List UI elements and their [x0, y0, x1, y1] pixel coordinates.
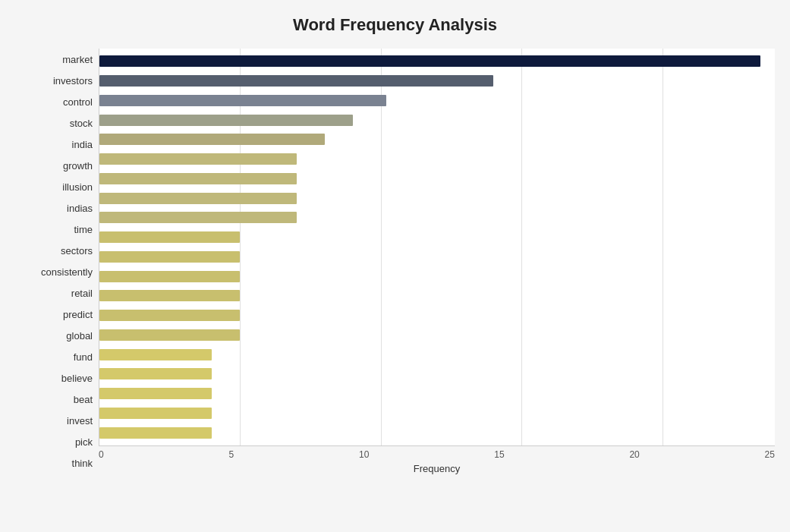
y-label-think: think: [15, 458, 93, 468]
bar-india: [99, 134, 325, 145]
bar-believe: [99, 349, 212, 360]
y-label-illusion: illusion: [15, 182, 93, 192]
y-label-predict: predict: [15, 310, 93, 320]
y-label-beat: beat: [15, 395, 93, 405]
y-label-invest: invest: [15, 416, 93, 426]
bar-row: [99, 345, 775, 364]
y-axis: marketinvestorscontrolstockindiagrowthil…: [15, 49, 99, 474]
bar-invest: [99, 388, 212, 399]
bar-row: [99, 247, 775, 267]
bar-row: [99, 306, 775, 326]
bar-row: [99, 91, 775, 111]
bar-row: [99, 364, 775, 384]
y-label-believe: believe: [15, 373, 93, 383]
bar-row: [99, 228, 775, 247]
y-label-global: global: [15, 331, 93, 341]
x-axis: 0510152025: [99, 446, 775, 460]
y-label-stock: stock: [15, 118, 93, 128]
bar-predict: [99, 290, 240, 301]
y-label-market: market: [15, 55, 93, 65]
chart-area: marketinvestorscontrolstockindiagrowthil…: [15, 49, 775, 474]
bar-row: [99, 188, 775, 208]
bar-row: [99, 130, 775, 150]
y-label-fund: fund: [15, 352, 93, 362]
bar-row: [99, 266, 775, 286]
x-tick: 0: [99, 449, 104, 460]
bar-row: [99, 384, 775, 404]
x-tick: 10: [359, 449, 369, 460]
chart-title: Word Frequency Analysis: [15, 15, 775, 35]
x-tick: 15: [494, 449, 504, 460]
y-label-indias: indias: [15, 203, 93, 213]
bar-growth: [99, 153, 297, 165]
y-label-sectors: sectors: [15, 246, 93, 256]
x-tick: 20: [629, 449, 639, 460]
bar-retail: [99, 271, 240, 282]
bar-row: [99, 71, 775, 91]
y-label-india: india: [15, 140, 93, 150]
bars-wrapper: [99, 49, 775, 446]
bar-investors: [99, 75, 493, 87]
x-tick: 5: [229, 449, 234, 460]
y-label-retail: retail: [15, 288, 93, 298]
bar-row: [99, 208, 775, 228]
bar-global: [99, 310, 240, 321]
bars-and-x: 0510152025 Frequency: [99, 49, 775, 474]
x-axis-label: Frequency: [99, 463, 775, 474]
bar-fund: [99, 329, 240, 341]
y-label-growth: growth: [15, 161, 93, 171]
y-label-time: time: [15, 225, 93, 235]
bar-row: [99, 404, 775, 423]
bar-row: [99, 52, 775, 71]
bar-row: [99, 326, 775, 345]
bar-illusion: [99, 173, 297, 184]
bar-row: [99, 286, 775, 306]
bar-stock: [99, 115, 353, 126]
bar-time: [99, 212, 297, 223]
bar-pick: [99, 408, 212, 419]
bar-sectors: [99, 231, 240, 243]
bar-row: [99, 110, 775, 130]
y-label-pick: pick: [15, 437, 93, 447]
x-tick: 25: [765, 449, 775, 460]
bar-consistently: [99, 251, 240, 263]
bar-control: [99, 95, 386, 106]
y-label-consistently: consistently: [15, 267, 93, 277]
y-label-investors: investors: [15, 76, 93, 86]
bar-think: [99, 427, 212, 439]
bar-row: [99, 423, 775, 442]
bars-inner: [99, 49, 775, 445]
chart-container: Word Frequency Analysis marketinvestorsc…: [0, 0, 790, 532]
y-label-control: control: [15, 97, 93, 107]
bar-market: [99, 55, 760, 67]
bar-row: [99, 169, 775, 189]
bar-row: [99, 150, 775, 169]
bar-indias: [99, 193, 297, 204]
bar-beat: [99, 368, 212, 379]
